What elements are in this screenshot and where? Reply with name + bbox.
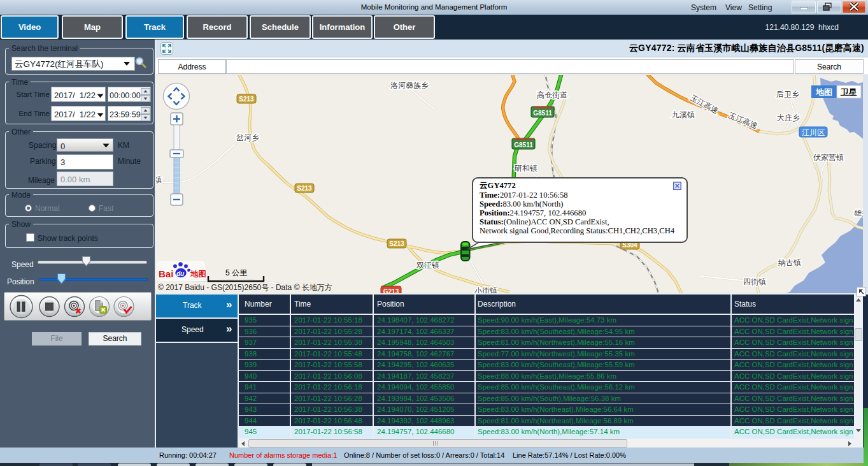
svg-text:江川区: 江川区 bbox=[802, 128, 825, 137]
svg-text:© 2017 Baidu - GS(2015)2650号 -: © 2017 Baidu - GS(2015)2650号 - Data © 长地… bbox=[158, 283, 332, 292]
svg-text:地图: 地图 bbox=[190, 270, 206, 279]
svg-text:du: du bbox=[176, 270, 184, 277]
svg-text:九溪镇: 九溪镇 bbox=[672, 110, 695, 119]
svg-text:研和镇: 研和镇 bbox=[515, 164, 537, 173]
svg-text:地图: 地图 bbox=[815, 87, 832, 97]
svg-text:纳古镇: 纳古镇 bbox=[778, 258, 801, 267]
svg-text:岔河乡: 岔河乡 bbox=[236, 133, 259, 142]
svg-text:后卫乡: 后卫乡 bbox=[776, 90, 799, 99]
svg-text:G8511: G8511 bbox=[533, 110, 552, 117]
svg-text:S213: S213 bbox=[239, 96, 254, 103]
svg-text:S213: S213 bbox=[297, 185, 312, 192]
svg-text:镇: 镇 bbox=[156, 175, 162, 184]
svg-text:伏家营镇: 伏家营镇 bbox=[813, 153, 844, 162]
svg-text:卫星: 卫星 bbox=[840, 87, 857, 97]
svg-text:高仓街道: 高仓街道 bbox=[537, 91, 567, 99]
svg-text:G8511: G8511 bbox=[514, 142, 533, 149]
svg-text:5 公里: 5 公里 bbox=[225, 268, 248, 277]
svg-text:大庄乡: 大庄乡 bbox=[777, 113, 800, 122]
svg-text:玉江高速: 玉江高速 bbox=[727, 111, 759, 131]
svg-text:洛河彝族乡: 洛河彝族乡 bbox=[390, 81, 429, 90]
svg-text:四街镇: 四街镇 bbox=[743, 277, 766, 286]
svg-text:Bai: Bai bbox=[159, 268, 173, 279]
svg-text:雄关乡: 雄关乡 bbox=[854, 208, 863, 217]
svg-text:双江镇: 双江镇 bbox=[416, 261, 439, 270]
svg-text:S213: S213 bbox=[389, 240, 404, 247]
